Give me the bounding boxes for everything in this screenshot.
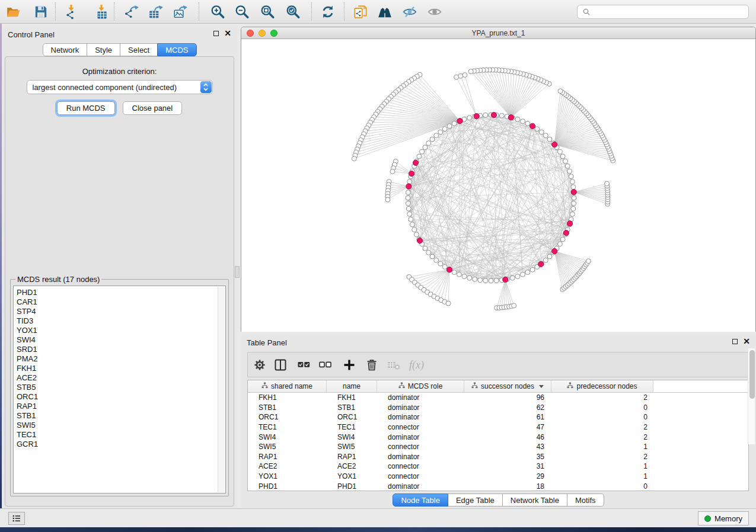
network-window-title: YPA_prune.txt_1	[283, 29, 714, 37]
mcds-result-item[interactable]: STP4	[17, 307, 216, 316]
close-window-icon[interactable]	[247, 30, 254, 37]
table-cell: 1	[551, 462, 653, 470]
run-mcds-button[interactable]: Run MCDS	[57, 101, 115, 115]
panel-splitter-handle[interactable]	[235, 266, 240, 278]
mcds-result-list[interactable]: PHD1CAR1STP4TID3YOX1SWI4SRD1PMA2FKH1ACE2…	[13, 286, 226, 493]
optimization-criterion-select[interactable]: largest connected component (undirected)	[27, 80, 213, 94]
table-cell: 61	[464, 413, 551, 421]
table-cell: connector	[377, 462, 464, 470]
table-row[interactable]: ORC1ORC1dominator610	[248, 412, 748, 422]
search-box[interactable]	[577, 5, 749, 19]
mcds-result-item[interactable]: STB1	[17, 411, 216, 421]
task-history-button[interactable]	[8, 512, 25, 525]
deselect-all-rows-icon[interactable]	[318, 358, 333, 372]
table-cell: ORC1	[327, 413, 377, 421]
tab-node-table[interactable]: Node Table	[393, 493, 448, 507]
table-row[interactable]: PHD1PHD1dominator180	[248, 481, 748, 491]
mcds-result-item[interactable]: PHD1	[17, 288, 216, 297]
desktop-wallpaper-bottom	[0, 527, 756, 532]
show-columns-icon[interactable]	[273, 358, 288, 372]
list-scrollbar-track[interactable]	[218, 287, 225, 492]
open-session-icon[interactable]	[5, 4, 21, 20]
save-session-icon[interactable]	[33, 4, 49, 20]
update-view-icon[interactable]	[320, 4, 336, 20]
tab-edge-table[interactable]: Edge Table	[448, 493, 503, 507]
import-network-icon[interactable]	[63, 4, 79, 20]
zoom-out-icon[interactable]	[234, 4, 250, 20]
node-table: shared namenameMCDS rolesuccessor nodesp…	[247, 380, 749, 491]
table-row[interactable]: ACE2ACE2connector311	[248, 462, 748, 472]
maximize-window-icon[interactable]	[270, 30, 277, 37]
delete-rows-icon[interactable]	[365, 358, 379, 372]
table-cell: PHD1	[248, 482, 327, 491]
float-panel-icon[interactable]	[213, 31, 219, 36]
column-header-MCDS-role[interactable]: MCDS role	[377, 380, 464, 392]
close-panel-button[interactable]: Close panel	[123, 101, 183, 115]
table-cell: 29	[464, 472, 551, 480]
table-scrollbar-thumb[interactable]	[749, 350, 755, 399]
toolbar-separator	[114, 2, 114, 21]
mcds-result-item[interactable]: FKH1	[17, 364, 216, 373]
network-canvas[interactable]	[241, 40, 755, 332]
mcds-tab-content: Optimization criterion: largest connecte…	[5, 56, 234, 507]
table-row[interactable]: STB1STB1dominator620	[248, 403, 748, 413]
table-row[interactable]: YOX1YOX1connector291	[248, 472, 748, 482]
network-window-titlebar[interactable]: YPA_prune.txt_1	[241, 27, 755, 39]
table-scrollbar[interactable]	[748, 348, 755, 444]
column-header-shared-name[interactable]: shared name	[248, 380, 327, 392]
fit-selected-icon[interactable]	[285, 4, 301, 20]
mcds-result-item[interactable]: ACE2	[17, 373, 216, 383]
tab-mcds[interactable]: MCDS	[157, 43, 196, 56]
select-all-rows-icon[interactable]	[297, 358, 311, 372]
mcds-result-item[interactable]: CAR1	[17, 297, 216, 307]
mcds-result-item[interactable]: YOX1	[17, 326, 216, 335]
tab-motifs[interactable]: Motifs	[567, 493, 604, 507]
export-table-icon[interactable]	[148, 4, 164, 20]
column-header-name[interactable]: name	[327, 380, 377, 392]
mcds-result-item[interactable]: TID3	[17, 316, 216, 326]
network-window: YPA_prune.txt_1	[241, 27, 756, 332]
mcds-result-item[interactable]: SWI4	[17, 335, 216, 345]
import-table-icon[interactable]	[94, 4, 109, 20]
memory-button[interactable]: Memory	[698, 511, 749, 525]
column-header-successor-nodes[interactable]: successor nodes	[464, 380, 551, 392]
add-row-icon[interactable]	[342, 358, 356, 372]
tab-style[interactable]: Style	[87, 43, 120, 56]
mcds-result-item[interactable]: ORC1	[17, 392, 216, 402]
mcds-result-item[interactable]: RAP1	[17, 402, 216, 411]
table-row[interactable]: RAP1RAP1dominator352	[248, 452, 748, 462]
minimize-window-icon[interactable]	[259, 30, 266, 37]
tab-network-table[interactable]: Network Table	[502, 493, 567, 507]
session-share-icon[interactable]	[353, 4, 368, 20]
close-panel-icon[interactable]: ✕	[224, 30, 231, 37]
table-row[interactable]: SWI4SWI4dominator462	[248, 432, 748, 442]
tab-network[interactable]: Network	[42, 43, 87, 56]
mcds-result-item[interactable]: SRD1	[17, 345, 216, 354]
hide-graphics-details-icon[interactable]	[402, 4, 417, 20]
export-image-icon[interactable]	[173, 4, 188, 20]
close-panel-icon[interactable]: ✕	[743, 338, 750, 345]
fit-content-icon[interactable]	[260, 4, 275, 20]
mcds-result-item[interactable]: PMA2	[17, 354, 216, 364]
mcds-result-item[interactable]: STB5	[17, 383, 216, 392]
zoom-in-icon[interactable]	[210, 4, 225, 20]
table-row[interactable]: TEC1TEC1connector472	[248, 422, 748, 432]
table-row[interactable]: SWI5SWI5connector431	[248, 442, 748, 452]
table-panel: Table Panel ✕ f(x) shared namenameMCDS r…	[241, 335, 756, 508]
column-type-icon	[567, 382, 573, 390]
mcds-result-item[interactable]: GCR1	[17, 440, 216, 449]
float-panel-icon[interactable]	[732, 339, 738, 344]
table-row[interactable]: FKH1FKH1dominator962	[248, 393, 748, 403]
mcds-result-group: MCDS result (17 nodes) PHD1CAR1STP4TID3Y…	[10, 275, 229, 496]
column-settings-icon[interactable]	[253, 358, 267, 372]
table-cell: ORC1	[248, 413, 327, 421]
mcds-result-item[interactable]: TEC1	[17, 430, 216, 440]
table-cell: TEC1	[327, 423, 377, 431]
find-icon[interactable]	[377, 4, 393, 20]
export-network-icon[interactable]	[124, 4, 139, 20]
mcds-result-item[interactable]: SWI5	[17, 421, 216, 430]
column-header-predecessor-nodes[interactable]: predecessor nodes	[551, 380, 653, 392]
tab-select[interactable]: Select	[120, 43, 158, 56]
search-input[interactable]	[591, 7, 744, 17]
control-panel-tabs: NetworkStyleSelectMCDS	[42, 43, 196, 56]
